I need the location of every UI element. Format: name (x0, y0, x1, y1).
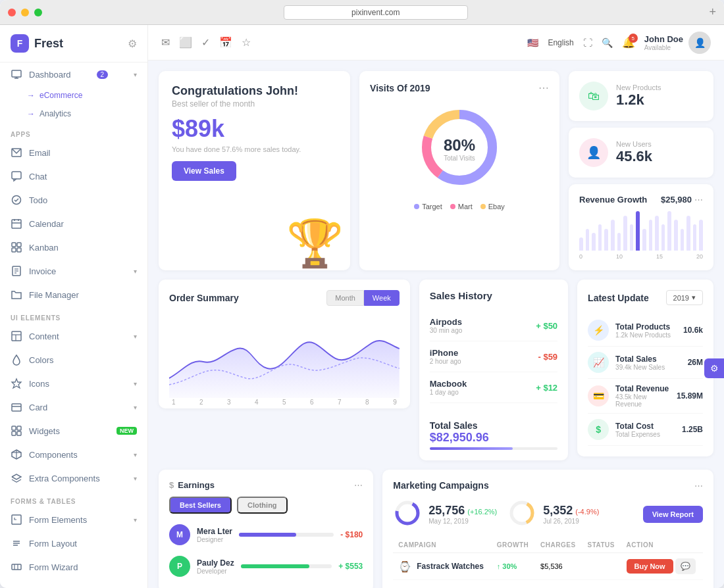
sales-total-amount: $82,950.96 (430, 431, 557, 445)
sidebar-item-kanban[interactable]: Kanban (0, 235, 147, 259)
earnings-role-mera: Designer (197, 536, 232, 543)
revenue-bar (667, 211, 671, 251)
donut-percentage: 80% (444, 135, 475, 154)
th-charges: Charges (535, 537, 582, 553)
revenue-x-axis: 0101520 (579, 253, 703, 260)
avatar-pauly: P (169, 556, 190, 577)
sidebar: F Frest ⚙ Dashboard 2 ▾ → eCommerce → An… (0, 25, 148, 588)
sidebar-label-calendar: Calendar (29, 219, 64, 229)
sidebar-label-chat: Chat (29, 172, 47, 182)
earnings-list: M Mera Lter Designer - $180 (169, 519, 363, 582)
year-select[interactable]: 2019 ▾ (666, 290, 703, 305)
sidebar-item-email[interactable]: Email (0, 141, 147, 164)
svg-rect-22 (12, 404, 21, 411)
earnings-more-icon[interactable]: ⋯ (354, 480, 363, 490)
filter-clothing[interactable]: Clothing (237, 497, 288, 514)
sidebar-label-components: Components (29, 450, 78, 460)
sidebar-item-calendar[interactable]: Calendar (0, 212, 147, 235)
action-dots-button[interactable]: ⋯ (627, 585, 637, 588)
sidebar-item-widgets[interactable]: Widgets NEW (0, 419, 147, 443)
user-menu[interactable]: John Doe Available 👤 (644, 32, 711, 54)
view-report-button[interactable]: View Report (643, 506, 703, 523)
settings-icon[interactable]: ⚙ (128, 37, 137, 50)
layers-icon (11, 472, 22, 484)
legend-mart: Mart (450, 203, 473, 210)
earnings-amount-mera: - $180 (340, 530, 363, 539)
sidebar-item-invoice[interactable]: Invoice ▾ (0, 259, 147, 283)
update-item-revenue: 💳 Total Revenue 43.5k New Revenue 15.89M (588, 379, 703, 414)
sidebar-item-components[interactable]: Components ▾ (0, 443, 147, 466)
chat-icon[interactable]: ⬜ (179, 36, 192, 49)
star-icon[interactable]: ☆ (242, 36, 251, 49)
sidebar-item-chat[interactable]: Chat (0, 164, 147, 188)
table-row: ⌚ Fastrack Watches ↑ 30% $5,536 (393, 553, 703, 580)
campaign-label-1: Fastrack Watches (417, 562, 484, 571)
buy-now-button[interactable]: Buy Now (627, 559, 673, 574)
svg-rect-26 (12, 431, 16, 435)
sidebar-item-filemanager[interactable]: File Manager (0, 283, 147, 306)
filter-best-sellers[interactable]: Best Sellers (169, 497, 232, 514)
section-ui-elements: UI ELEMENTS (0, 306, 147, 324)
search-icon[interactable]: 🔍 (602, 37, 613, 48)
legend-target: Target (414, 203, 442, 210)
order-tabs: Month Week (326, 290, 400, 306)
marketing-more-icon[interactable]: ⋯ (694, 481, 703, 491)
sidebar-item-formelements[interactable]: Form Elements ▾ (0, 508, 147, 531)
congrats-subtitle: Best seller of the month (172, 99, 337, 109)
visits-more-icon[interactable]: ⋯ (538, 82, 549, 94)
form-icon (11, 514, 22, 526)
sales-name-iphone: iPhone (430, 348, 461, 358)
legend-label-target: Target (422, 203, 442, 210)
check-circle-icon[interactable]: ✓ (201, 36, 210, 49)
grid-icon (11, 241, 22, 253)
sidebar-item-content[interactable]: Content ▾ (0, 324, 147, 348)
revenue-more-icon[interactable]: ⋯ (694, 195, 703, 205)
sidebar-item-extra[interactable]: Extra Components ▾ (0, 466, 147, 490)
url-bar[interactable] (284, 5, 468, 20)
sidebar-item-analytics[interactable]: → Analytics (0, 105, 147, 123)
sidebar-item-formwizard[interactable]: Form Wizard (0, 555, 147, 579)
svg-rect-11 (17, 243, 21, 247)
campaign-status-2: Active (582, 580, 621, 589)
sidebar-item-colors[interactable]: Colors (0, 348, 147, 372)
sales-bar-fill (430, 447, 513, 450)
marketing-campaigns-card: Marketing Campaigns ⋯ (382, 470, 713, 588)
sidebar-item-card[interactable]: Card ▾ (0, 395, 147, 419)
revenue-bar (630, 224, 634, 251)
fullscreen-icon[interactable]: ⛶ (583, 37, 592, 48)
sidebar-label-ecommerce: eCommerce (39, 91, 82, 100)
maximize-button[interactable] (34, 9, 42, 16)
update-products-name: Total Products (615, 322, 677, 331)
action-chat-button[interactable]: 💬 (675, 558, 696, 574)
notification-bell[interactable]: 🔔 5 (622, 36, 635, 49)
new-users-label: New Users (616, 140, 652, 148)
calendar-icon[interactable]: 📅 (219, 36, 232, 49)
revenue-bar (655, 216, 659, 251)
main-content: Congratulations John! Best seller of the… (148, 61, 724, 588)
visits-title: Visits Of 2019 (370, 83, 430, 93)
svg-rect-13 (17, 248, 21, 252)
sidebar-item-formlayout[interactable]: Form Layout (0, 531, 147, 555)
tab-month[interactable]: Month (326, 290, 364, 306)
language-label[interactable]: English (548, 38, 573, 47)
sidebar-item-todo[interactable]: Todo (0, 188, 147, 212)
settings-fab[interactable]: ⚙ (704, 358, 724, 378)
layout-icon (11, 330, 22, 342)
earnings-bar-pauly (241, 564, 332, 568)
close-button[interactable] (8, 9, 16, 16)
view-sales-button[interactable]: View Sales (172, 161, 236, 181)
new-tab-button[interactable]: + (709, 5, 716, 19)
sidebar-label-dashboard: Dashboard (29, 70, 71, 80)
svg-rect-25 (17, 426, 21, 430)
donut-small-1 (393, 499, 422, 529)
minimize-button[interactable] (21, 9, 29, 16)
mail-icon[interactable]: ✉ (161, 36, 170, 49)
section-apps: APPS (0, 123, 147, 141)
legend-dot-mart (450, 204, 455, 209)
tab-week[interactable]: Week (364, 290, 400, 306)
sidebar-item-ecommerce[interactable]: → eCommerce (0, 86, 147, 105)
wizard-icon (11, 561, 22, 573)
sidebar-item-dashboard[interactable]: Dashboard 2 ▾ (0, 62, 147, 86)
sidebar-item-icons[interactable]: Icons ▾ (0, 372, 147, 395)
campaign-growth-2: ↓ 15.5% (492, 580, 535, 589)
